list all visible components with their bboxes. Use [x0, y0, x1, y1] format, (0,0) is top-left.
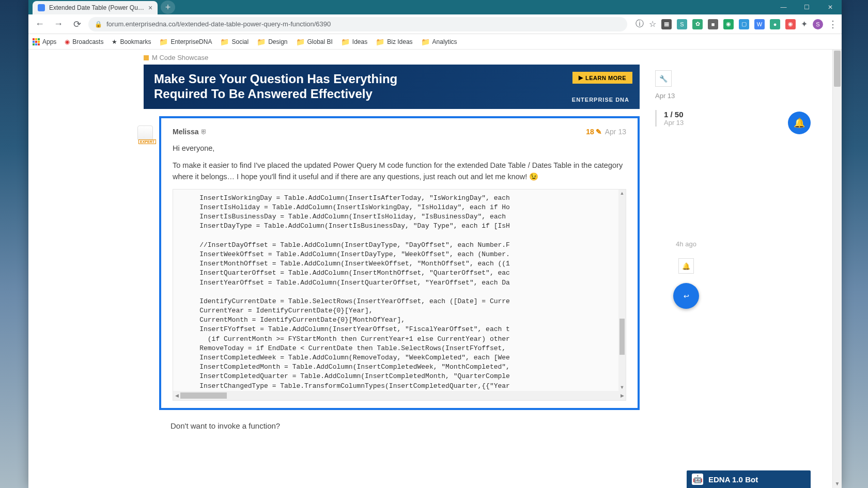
- maximize-button[interactable]: ☐: [795, 0, 818, 14]
- browser-titlebar: Extended Date Table (Power Qu… × + — ☐ ✕: [28, 0, 842, 14]
- bookmarks-bar: Apps ◉Broadcasts ★Bookmarks 📁EnterpriseD…: [28, 34, 842, 50]
- extension-icon[interactable]: ◉: [785, 19, 796, 29]
- extensions-row: ⓘ ☆ ▦ S ✿ ■ ◉ ▢ W ● ◉ ✦ S ⋮: [636, 19, 838, 30]
- apps-label: Apps: [42, 38, 56, 45]
- bookmark-folder[interactable]: 📁Global BI: [296, 38, 333, 46]
- learn-more-button[interactable]: ▶ LEARN MORE: [572, 72, 632, 84]
- timeline-end-date[interactable]: 4h ago: [655, 240, 717, 248]
- bell-icon: 🔔: [794, 117, 805, 129]
- bookmark-folder[interactable]: 📁Analytics: [421, 38, 457, 46]
- post-card: EXPERT Melissa ⛨ 18 ✎: [159, 116, 640, 410]
- post-paragraph: To make it easier to find I've placed th…: [173, 160, 626, 183]
- breadcrumb[interactable]: M Code Showcase: [144, 50, 640, 65]
- chat-title: EDNA 1.0 Bot: [708, 475, 758, 484]
- bookmark-folder[interactable]: 📁Biz Ideas: [376, 38, 412, 46]
- scroll-thumb[interactable]: [180, 392, 227, 399]
- extension-icon[interactable]: ✿: [692, 19, 703, 29]
- pencil-icon: ✎: [596, 128, 602, 136]
- notifications-fab[interactable]: 🔔: [788, 112, 811, 134]
- close-tab-icon[interactable]: ×: [148, 4, 152, 12]
- author-name[interactable]: Melissa ⛨: [173, 128, 207, 136]
- category-name: M Code Showcase: [152, 54, 208, 61]
- followup-text: Don't want to invoke a function?: [159, 421, 640, 430]
- post-greeting: Hi everyone,: [173, 143, 626, 154]
- scroll-down-icon[interactable]: ▼: [833, 479, 842, 488]
- wrench-icon: 🔧: [659, 75, 668, 83]
- code-block-container: InsertIsWorkingDay = Table.AddColumn(Ins…: [173, 189, 626, 401]
- window-controls: — ☐ ✕: [772, 0, 842, 14]
- timeline-start-date[interactable]: Apr 13: [655, 92, 717, 100]
- browser-tab[interactable]: Extended Date Table (Power Qu… ×: [33, 1, 158, 14]
- category-badge-icon: [144, 55, 149, 60]
- bookmark-item[interactable]: ◉Broadcasts: [65, 38, 103, 45]
- bookmark-star-icon[interactable]: ☆: [649, 19, 656, 29]
- timeline-sidebar: 🔧 Apr 13 1 / 50 Apr 13 4h ago 🔔 ↩: [655, 50, 717, 430]
- bell-icon: 🔔: [682, 262, 690, 270]
- extension-icon[interactable]: S: [677, 19, 687, 29]
- post-body: Hi everyone, To make it easier to find I…: [173, 143, 626, 183]
- bookmark-folder[interactable]: 📁EnterpriseDNA: [159, 38, 212, 46]
- banner-text: Make Sure Your Question Has Everything R…: [154, 72, 397, 102]
- reload-button[interactable]: ⟳: [70, 17, 84, 32]
- scroll-up-icon[interactable]: ▲: [618, 190, 626, 197]
- scroll-thumb[interactable]: [834, 51, 841, 87]
- bookmark-item[interactable]: ★Bookmarks: [112, 38, 151, 45]
- address-bar-row: ← → ⟳ 🔒 forum.enterprisedna.co/t/extende…: [28, 14, 842, 34]
- avatar-icon: [137, 125, 153, 141]
- code-vertical-scrollbar[interactable]: ▲ ▼: [618, 190, 626, 391]
- minimize-button[interactable]: —: [772, 0, 795, 14]
- tab-favicon-icon: [38, 4, 45, 11]
- url-text: forum.enterprisedna.co/t/extended-date-t…: [106, 20, 331, 28]
- expert-badge: EXPERT: [138, 139, 156, 144]
- info-icon[interactable]: ⓘ: [636, 19, 644, 29]
- extension-icon[interactable]: ▦: [661, 19, 672, 29]
- scroll-right-icon[interactable]: ▶: [618, 391, 626, 400]
- code-horizontal-scrollbar[interactable]: ◀ ▶: [173, 391, 626, 400]
- extension-icon[interactable]: ■: [708, 19, 718, 29]
- extension-icon[interactable]: ◉: [723, 19, 734, 29]
- extension-icon[interactable]: W: [754, 19, 765, 29]
- timeline-position[interactable]: 1 / 50 Apr 13: [655, 110, 717, 127]
- promo-banner[interactable]: Make Sure Your Question Has Everything R…: [144, 65, 640, 109]
- extensions-puzzle-icon[interactable]: ✦: [801, 19, 808, 29]
- chat-widget[interactable]: 🤖 EDNA 1.0 Bot: [687, 470, 811, 488]
- reply-button[interactable]: ↩: [673, 283, 699, 309]
- topic-tools-button[interactable]: 🔧: [655, 70, 672, 87]
- play-icon: ▶: [579, 74, 583, 81]
- forward-button[interactable]: →: [51, 17, 66, 32]
- extension-icon[interactable]: ▢: [739, 19, 749, 29]
- post-header: Melissa ⛨ 18 ✎ Apr 13: [173, 128, 626, 136]
- notification-level-button[interactable]: 🔔: [678, 258, 694, 274]
- bot-avatar-icon: 🤖: [692, 474, 703, 485]
- page-content: M Code Showcase Make Sure Your Question …: [28, 50, 842, 488]
- page-scrollbar[interactable]: ▲ ▼: [832, 50, 842, 488]
- close-window-button[interactable]: ✕: [818, 0, 842, 14]
- new-tab-button[interactable]: +: [161, 1, 175, 14]
- lock-icon: 🔒: [95, 21, 102, 28]
- bookmark-folder[interactable]: 📁Social: [220, 38, 249, 46]
- bookmark-folder[interactable]: 📁Ideas: [341, 38, 367, 46]
- author-avatar[interactable]: EXPERT: [137, 125, 153, 141]
- scroll-thumb[interactable]: [619, 319, 625, 355]
- brand-logo: ENTERPRISE DNA: [572, 97, 629, 103]
- url-input[interactable]: 🔒 forum.enterprisedna.co/t/extended-date…: [88, 17, 627, 32]
- reply-icon: ↩: [684, 292, 689, 300]
- scroll-left-icon[interactable]: ◀: [173, 391, 180, 400]
- code-block[interactable]: InsertIsWorkingDay = Table.AddColumn(Ins…: [173, 190, 626, 391]
- chrome-menu-icon[interactable]: ⋮: [828, 19, 838, 30]
- scroll-down-icon[interactable]: ▼: [618, 384, 626, 391]
- extension-icon[interactable]: ●: [770, 19, 780, 29]
- shield-icon: ⛨: [201, 128, 207, 135]
- edit-count[interactable]: 18 ✎: [586, 128, 602, 136]
- tab-title: Extended Date Table (Power Qu…: [49, 4, 144, 11]
- back-button[interactable]: ←: [33, 17, 47, 32]
- bookmark-folder[interactable]: 📁Design: [257, 38, 287, 46]
- post-date: Apr 13: [605, 128, 626, 136]
- apps-button[interactable]: Apps: [33, 38, 56, 45]
- profile-avatar-icon[interactable]: S: [813, 19, 823, 29]
- apps-grid-icon: [33, 38, 40, 45]
